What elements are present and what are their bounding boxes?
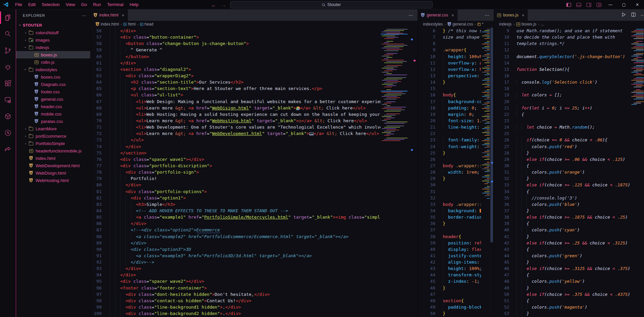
code-line[interactable]: 16 [494, 73, 644, 79]
code-line[interactable]: 56 </div> [91, 28, 418, 34]
code-line[interactable]: 80 </div> [91, 182, 418, 188]
code-line[interactable]: 88 <a class="example2" href="PortfolioEc… [91, 233, 418, 240]
breadcrumb-item[interactable]: indexstyles [423, 22, 443, 27]
tab-boxes.js[interactable]: JSboxes.js× [494, 9, 528, 21]
code-line[interactable]: 66 <ul class="ul-list"> [91, 92, 418, 98]
menu-terminal[interactable]: Terminal [104, 1, 126, 8]
menu-edit[interactable]: Edit [25, 1, 39, 8]
code-line[interactable]: 68 <ul>Learn more &gt; <a href="WebDisig… [91, 105, 418, 111]
code-line[interactable]: 57 <div class="button-container"> [91, 34, 418, 40]
breadcrumb-item[interactable]: head [140, 22, 154, 27]
code-line[interactable]: 98 <div class="contact-us hidden">Contac… [91, 298, 418, 304]
code-line[interactable]: 50} [418, 310, 494, 317]
code-line[interactable]: 91 <a class="example3" href="Portfolio3D… [91, 253, 418, 259]
code-line[interactable]: 70 <ul>Learn more &gt; <a href="WebHosti… [91, 118, 418, 124]
code-area[interactable]: 56 </div>57 <div class="button-container… [91, 28, 418, 317]
code-line[interactable]: 59 ^ Generate ^ [91, 47, 418, 53]
code-line[interactable]: 38 else if(choice >= .1875 && choice < .… [494, 214, 644, 220]
activitybar-run-debug-icon[interactable] [0, 59, 16, 75]
code-line[interactable]: 58 <button class="change-button js-chang… [91, 40, 418, 47]
toggle-secondary-sidebar-icon[interactable] [584, 0, 594, 9]
code-line[interactable]: 49 padding-block [418, 304, 494, 310]
menu-selection[interactable]: Selection [39, 1, 62, 8]
activitybar-share-extension-icon[interactable] [0, 141, 16, 157]
code-line[interactable]: 38header{ [418, 233, 494, 240]
minimap[interactable] [381, 28, 408, 142]
activitybar-circle-pointer-extension-icon[interactable] [0, 125, 16, 141]
split-action[interactable] [631, 12, 636, 18]
breadcrumb-item[interactable]: html [123, 22, 136, 27]
more-action[interactable]: ⋯ [409, 12, 413, 18]
tree-item-header.css[interactable]: 3header.css [16, 103, 90, 110]
code-line[interactable]: 41 } [494, 233, 644, 240]
tree-item-STOUTER[interactable]: ›STOUTER [16, 21, 90, 29]
breadcrumb-item[interactable]: JSboxes.js [516, 22, 536, 27]
code-line[interactable]: 93 </div> [91, 265, 418, 272]
code-line[interactable]: 37 [418, 227, 494, 233]
code-line[interactable]: 62 <section class="diagonal2"> [91, 66, 418, 73]
code-line[interactable]: 10to decide the color and place them wit… [494, 34, 644, 40]
code-line[interactable]: 9use Math.random(); and use an if statem… [494, 28, 644, 34]
code-line[interactable]: 44 transform-sty [418, 272, 494, 278]
code-line[interactable]: 40 display: flex [418, 246, 494, 253]
tree-item-boxes.js[interactable]: JSboxes.js [16, 51, 90, 58]
menu-go[interactable]: Go [78, 1, 90, 8]
tree-item-Diagnals.css[interactable]: 3Diagnals.css [16, 81, 90, 88]
code-line[interactable]: 83 <h3>Simple</h3> [91, 201, 418, 208]
tree-item-paralax.css[interactable]: 3paralax.css [16, 118, 90, 125]
code-line[interactable]: 76 <div class="spacer wave1"></div> [91, 156, 418, 163]
tree-item-mobile.css[interactable]: 3mobile.css [16, 110, 90, 118]
command-center-search[interactable]: Stouter [230, 1, 433, 8]
code-line[interactable]: 69 <li>Web Hosting: Having a solid hosti… [91, 111, 418, 118]
code-line[interactable]: 47 { [494, 272, 644, 278]
menu-file[interactable]: File [12, 1, 25, 8]
code-line[interactable]: 39 position: rel [418, 240, 494, 246]
code-line[interactable]: 34 { [494, 188, 644, 195]
code-line[interactable]: 99 <div class="line-background1 hidden">… [91, 304, 418, 310]
code-line[interactable]: 32 } [494, 175, 644, 182]
code-area[interactable]: 6} /* this now s7size and shape89.wrappe… [418, 28, 494, 317]
code-line[interactable]: 36 colors.push('blue') [494, 201, 644, 208]
code-line[interactable]: 73 </ul> [91, 137, 418, 143]
code-line[interactable]: 43 { [494, 246, 644, 253]
tree-item-index.html[interactable]: 5index.html [16, 154, 90, 162]
code-line[interactable]: 46} [418, 285, 494, 291]
menu-run[interactable]: Run [90, 1, 104, 8]
code-line[interactable]: 72 <ul>Learn more &gt; <a href="WebDevel… [91, 130, 418, 137]
code-line[interactable]: 39 { [494, 220, 644, 227]
tree-item-general.css[interactable]: 3general.css [16, 95, 90, 103]
breadcrumb-item[interactable]: 5index.html [96, 22, 119, 27]
explorer-more-actions-icon[interactable]: ⋯ [82, 13, 86, 18]
activitybar-explorer-icon[interactable] [0, 9, 16, 26]
code-line[interactable]: 94 </div> [91, 272, 418, 278]
minimap[interactable] [630, 28, 644, 105]
menu-help[interactable]: Help [126, 1, 142, 8]
code-line[interactable]: 67 <li>Web Design: Making a functional a… [91, 98, 418, 105]
nav-forward-icon[interactable]: → [221, 2, 226, 8]
code-line[interactable]: 96 <footer class="footer-container"> [91, 285, 418, 291]
more-action[interactable]: ⋯ [641, 12, 644, 18]
code-line[interactable]: 28 } [494, 150, 644, 156]
tab-close-icon[interactable]: × [451, 13, 454, 18]
code-line[interactable]: 17 console.log('Selection click') [494, 79, 644, 85]
code-line[interactable]: 78 <div class="portfolio-sign"> [91, 169, 418, 175]
code-line[interactable]: 65 <p class="section-text">Here at Stout… [91, 85, 418, 92]
tab-index.html[interactable]: 5index.html× [91, 9, 128, 21]
tree-item-LearnMore[interactable]: ›LearnMore [16, 125, 90, 132]
code-line[interactable]: 45 z-index: -1; [418, 278, 494, 284]
tab-close-icon[interactable]: × [122, 13, 124, 18]
tree-item-headerfunctionmobile.js[interactable]: JSheaderfunctionmobile.js [16, 147, 90, 154]
code-line[interactable]: 20 [494, 98, 644, 105]
breadcrumb-item[interactable]: * [478, 22, 484, 27]
activitybar-extensions-icon[interactable] [0, 75, 16, 92]
code-line[interactable]: 37 } [494, 208, 644, 214]
code-line[interactable]: 84 <!-- ADD HOVER EFFECTS TO THESE TO MA… [91, 208, 418, 214]
code-line[interactable]: 90 <div class="option3">3D [91, 246, 418, 253]
code-line[interactable]: 75 </section> [91, 150, 418, 156]
code-line[interactable]: 49 } [494, 285, 644, 291]
code-line[interactable]: 31 colors.push('orange') [494, 169, 644, 175]
code-line[interactable]: 26 if(choice >= 0 && choice < .06){ [494, 137, 644, 143]
code-line[interactable]: 14 [494, 60, 644, 66]
code-line[interactable]: 34 background: [418, 208, 494, 214]
code-line[interactable]: 41 justify-conte [418, 253, 494, 259]
